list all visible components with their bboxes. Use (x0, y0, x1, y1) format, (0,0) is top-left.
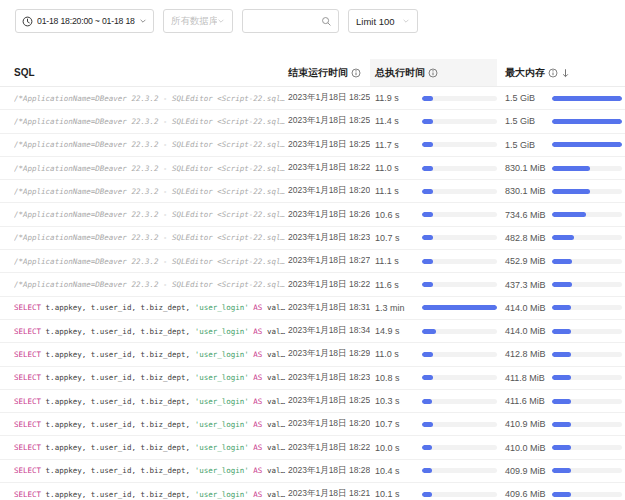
table-row[interactable]: /*ApplicationName=DBeaver 22.3.2 - SQLEd… (0, 273, 625, 296)
sql-token-plain: val… (267, 466, 285, 475)
column-header-duration-label: 总执行时间 (375, 66, 425, 80)
duration-bar (422, 468, 497, 473)
info-icon[interactable] (351, 68, 361, 78)
duration-bar (422, 96, 497, 101)
table-row[interactable]: SELECT t.appkey, t.user_id, t.biz_dept, … (0, 436, 625, 459)
table-row[interactable]: SELECT t.appkey, t.user_id, t.biz_dept, … (0, 390, 625, 413)
memory-bar-fill (552, 445, 571, 450)
table-row[interactable]: /*ApplicationName=DBeaver 22.3.2 - SQLEd… (0, 250, 625, 273)
table-row[interactable]: /*ApplicationName=DBeaver 22.3.2 - SQLEd… (0, 87, 625, 110)
table-row[interactable]: SELECT t.appkey, t.user_id, t.biz_dept, … (0, 413, 625, 436)
duration-value: 10.8 s (370, 373, 422, 383)
table-row[interactable]: SELECT t.appkey, t.user_id, t.biz_dept, … (0, 460, 625, 483)
duration-bar-fill (422, 189, 433, 194)
duration-bar-fill (422, 282, 433, 287)
sql-token-str: 'user_login' (195, 350, 254, 359)
end-time-cell: 2023年1月18日 18:26 (288, 209, 370, 221)
table-body: /*ApplicationName=DBeaver 22.3.2 - SQLEd… (0, 87, 625, 500)
sql-cell: SELECT t.appkey, t.user_id, t.biz_dept, … (14, 420, 288, 429)
table-row[interactable]: /*ApplicationName=DBeaver 22.3.2 - SQLEd… (0, 227, 625, 250)
column-header-memory[interactable]: 最大内存 (497, 59, 625, 86)
sql-token-comment: /*ApplicationName=DBeaver 22.3.2 - SQLEd… (14, 164, 285, 173)
duration-bar (422, 422, 497, 427)
duration-value: 10.3 s (370, 396, 422, 406)
sql-token-comment: /*ApplicationName=DBeaver 22.3.2 - SQLEd… (14, 210, 285, 219)
duration-value: 11.9 s (370, 93, 422, 103)
duration-value: 10.7 s (370, 233, 422, 243)
duration-value: 10.0 s (370, 443, 422, 453)
memory-value: 1.5 GiB (497, 116, 552, 126)
table-header: SQL 结束运行时间 总执行时间 最大内存 (0, 59, 625, 87)
duration-cell: 10.1 s (370, 489, 497, 499)
memory-value: 411.6 MiB (497, 396, 552, 406)
sql-token-kw: SELECT (14, 373, 46, 382)
sql-token-plain: val… (267, 420, 285, 429)
memory-cell: 452.9 MiB (497, 256, 625, 266)
search-input[interactable] (249, 16, 321, 27)
duration-value: 10.4 s (370, 466, 422, 476)
sql-token-kw: AS (253, 490, 267, 499)
duration-bar (422, 166, 497, 171)
table-row[interactable]: SELECT t.appkey, t.user_id, t.biz_dept, … (0, 483, 625, 500)
column-header-end-time[interactable]: 结束运行时间 (288, 59, 370, 86)
sort-desc-icon[interactable] (561, 68, 570, 78)
column-header-duration[interactable]: 总执行时间 (370, 59, 497, 86)
sql-token-plain: t.appkey, t.user_id, t.biz_dept, (46, 303, 195, 312)
sql-cell: SELECT t.appkey, t.user_id, t.biz_dept, … (14, 466, 288, 475)
sql-cell: /*ApplicationName=DBeaver 22.3.2 - SQLEd… (14, 164, 288, 173)
search-icon[interactable] (321, 16, 332, 27)
table-row[interactable]: /*ApplicationName=DBeaver 22.3.2 - SQLEd… (0, 110, 625, 133)
query-table: SQL 结束运行时间 总执行时间 最大内存 /*ApplicationName=… (0, 59, 625, 500)
end-time-cell: 2023年1月18日 18:25 (288, 395, 370, 407)
table-row[interactable]: /*ApplicationName=DBeaver 22.3.2 - SQLEd… (0, 134, 625, 157)
info-icon[interactable] (428, 68, 438, 78)
sql-token-kw: SELECT (14, 327, 46, 336)
duration-bar-fill (422, 492, 432, 497)
duration-cell: 10.7 s (370, 419, 497, 429)
time-range-picker[interactable]: 01-18 18:20:00 ~ 01-18 18:35:00 (15, 9, 154, 33)
sql-token-plain: t.appkey, t.user_id, t.biz_dept, (46, 443, 195, 452)
sql-token-plain: val… (267, 490, 285, 499)
sql-token-comment: /*ApplicationName=DBeaver 22.3.2 - SQLEd… (14, 187, 285, 196)
memory-value: 410.0 MiB (497, 443, 552, 453)
memory-cell: 414.0 MiB (497, 303, 625, 313)
chevron-down-icon (402, 17, 410, 25)
sql-cell: /*ApplicationName=DBeaver 22.3.2 - SQLEd… (14, 117, 288, 126)
memory-value: 414.0 MiB (497, 303, 552, 313)
sql-token-kw: SELECT (14, 490, 46, 499)
duration-cell: 11.0 s (370, 163, 497, 173)
memory-bar-fill (552, 212, 586, 217)
table-row[interactable]: /*ApplicationName=DBeaver 22.3.2 - SQLEd… (0, 180, 625, 203)
duration-bar (422, 492, 497, 497)
sql-token-plain: t.appkey, t.user_id, t.biz_dept, (46, 373, 195, 382)
sql-token-plain: val… (267, 350, 285, 359)
table-row[interactable]: SELECT t.appkey, t.user_id, t.biz_dept, … (0, 320, 625, 343)
memory-bar (552, 96, 622, 101)
table-row[interactable]: /*ApplicationName=DBeaver 22.3.2 - SQLEd… (0, 203, 625, 226)
duration-value: 1.3 min (370, 303, 422, 313)
memory-cell: 410.9 MiB (497, 419, 625, 429)
duration-bar (422, 142, 497, 147)
table-row[interactable]: SELECT t.appkey, t.user_id, t.biz_dept, … (0, 297, 625, 320)
duration-bar-fill (422, 119, 433, 124)
end-time-cell: 2023年1月18日 18:31 (288, 302, 370, 314)
info-icon[interactable] (548, 68, 558, 78)
memory-value: 482.8 MiB (497, 233, 552, 243)
table-row[interactable]: SELECT t.appkey, t.user_id, t.biz_dept, … (0, 367, 625, 390)
limit-select[interactable]: Limit 100 (348, 9, 418, 33)
end-time-cell: 2023年1月18日 18:25 (288, 139, 370, 151)
sql-token-kw: AS (253, 443, 267, 452)
memory-cell: 734.6 MiB (497, 210, 625, 220)
search-box (242, 9, 339, 33)
memory-cell: 414.0 MiB (497, 326, 625, 336)
memory-bar-fill (552, 352, 571, 357)
table-row[interactable]: SELECT t.appkey, t.user_id, t.biz_dept, … (0, 343, 625, 366)
sql-token-comment: /*ApplicationName=DBeaver 22.3.2 - SQLEd… (14, 117, 285, 126)
end-time-cell: 2023年1月18日 18:29 (288, 348, 370, 360)
memory-value: 410.9 MiB (497, 419, 552, 429)
duration-bar-fill (422, 329, 436, 334)
table-row[interactable]: /*ApplicationName=DBeaver 22.3.2 - SQLEd… (0, 157, 625, 180)
duration-value: 11.0 s (370, 163, 422, 173)
database-select[interactable]: 所有数据库 (163, 9, 233, 33)
duration-value: 10.7 s (370, 419, 422, 429)
